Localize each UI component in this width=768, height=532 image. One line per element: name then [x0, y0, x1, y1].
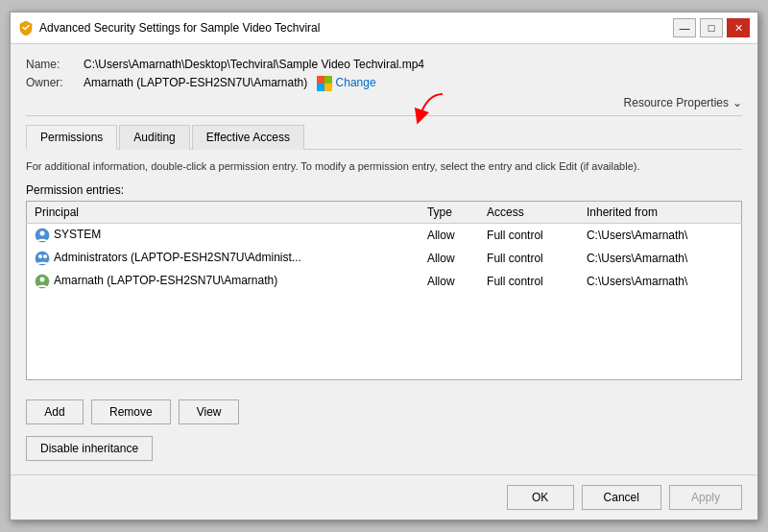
table-row[interactable]: Administrators (LAPTOP-ESH2SN7U\Administ… — [27, 247, 742, 270]
cell-principal: SYSTEM — [27, 224, 420, 248]
col-principal: Principal — [27, 202, 420, 224]
inheritance-row: Disable inheritance — [26, 436, 742, 461]
owner-value: Amarnath (LAPTOP-ESH2SN7U\Amarnath) Chan… — [84, 76, 742, 91]
name-row: Name: C:\Users\Amarnath\Desktop\Techvira… — [26, 58, 742, 71]
add-button[interactable]: Add — [26, 399, 84, 424]
ok-button[interactable]: OK — [507, 485, 574, 510]
bottom-bar: OK Cancel Apply — [11, 474, 757, 520]
cell-principal: Administrators (LAPTOP-ESH2SN7U\Administ… — [27, 247, 420, 270]
permission-table: Principal Type Access Inherited from SYS… — [26, 201, 742, 380]
owner-row: Owner: Amarnath (LAPTOP-ESH2SN7U\Amarnat… — [26, 76, 742, 91]
tab-content-permissions: For additional information, double-click… — [26, 150, 742, 399]
name-label: Name: — [26, 58, 84, 71]
name-value: C:\Users\Amarnath\Desktop\Techviral\Samp… — [84, 58, 742, 71]
svg-point-10 — [40, 278, 45, 282]
permission-entries-label: Permission entries: — [26, 183, 742, 197]
windows-shield-icon — [317, 76, 332, 91]
cell-access: Full control — [479, 224, 579, 248]
cell-inherited: C:\Users\Amarnath\ — [579, 224, 742, 248]
title-bar: Advanced Security Settings for Sample Vi… — [11, 12, 757, 44]
empty-row — [27, 293, 742, 379]
resource-properties[interactable]: Resource Properties ⌄ — [26, 96, 742, 109]
svg-rect-3 — [324, 84, 332, 91]
tab-bar: Permissions Auditing Effective Access — [26, 124, 742, 150]
permissions-info-text: For additional information, double-click… — [26, 159, 742, 174]
table-row[interactable]: SYSTEMAllowFull controlC:\Users\Amarnath… — [27, 224, 742, 248]
change-link[interactable]: Change — [336, 76, 376, 89]
window-icon — [18, 20, 34, 36]
col-inherited: Inherited from — [579, 202, 742, 224]
tab-effective-access[interactable]: Effective Access — [192, 125, 304, 150]
svg-rect-0 — [317, 76, 324, 84]
cancel-button[interactable]: Cancel — [582, 485, 661, 510]
svg-point-7 — [38, 254, 42, 258]
cell-type: Allow — [420, 270, 479, 293]
divider — [26, 115, 742, 116]
maximize-button[interactable]: □ — [700, 18, 723, 37]
window-controls: — □ ✕ — [673, 18, 750, 37]
svg-point-5 — [40, 231, 45, 236]
tab-permissions[interactable]: Permissions — [26, 125, 117, 150]
user-icon — [35, 274, 50, 289]
table-header-row: Principal Type Access Inherited from — [27, 202, 742, 224]
col-access: Access — [479, 202, 579, 224]
cell-access: Full control — [479, 270, 579, 293]
apply-button[interactable]: Apply — [669, 485, 742, 510]
cell-type: Allow — [420, 224, 479, 248]
owner-label: Owner: — [26, 76, 84, 91]
cell-principal: Amarnath (LAPTOP-ESH2SN7U\Amarnath) — [27, 270, 420, 293]
col-type: Type — [420, 202, 479, 224]
dialog-content: Name: C:\Users\Amarnath\Desktop\Techvira… — [11, 44, 757, 474]
minimize-button[interactable]: — — [673, 18, 696, 37]
svg-rect-2 — [317, 84, 324, 91]
user-icon — [35, 228, 50, 243]
disable-inheritance-button[interactable]: Disable inheritance — [26, 436, 153, 461]
view-button[interactable]: View — [179, 399, 240, 424]
svg-point-8 — [43, 254, 47, 258]
window-title: Advanced Security Settings for Sample Vi… — [39, 21, 320, 35]
close-button[interactable]: ✕ — [727, 18, 750, 37]
remove-button[interactable]: Remove — [91, 399, 171, 424]
action-buttons: Add Remove View — [26, 399, 742, 424]
cell-inherited: C:\Users\Amarnath\ — [579, 270, 742, 293]
svg-rect-1 — [324, 76, 332, 84]
cell-type: Allow — [420, 247, 479, 270]
user-icon — [35, 251, 50, 266]
tab-auditing[interactable]: Auditing — [119, 125, 189, 150]
resource-properties-label: Resource Properties — [624, 96, 729, 109]
table-row[interactable]: Amarnath (LAPTOP-ESH2SN7U\Amarnath)Allow… — [27, 270, 742, 293]
cell-inherited: C:\Users\Amarnath\ — [579, 247, 742, 270]
cell-access: Full control — [479, 247, 579, 270]
resource-properties-chevron: ⌄ — [732, 96, 742, 109]
main-window: Advanced Security Settings for Sample Vi… — [10, 12, 758, 520]
